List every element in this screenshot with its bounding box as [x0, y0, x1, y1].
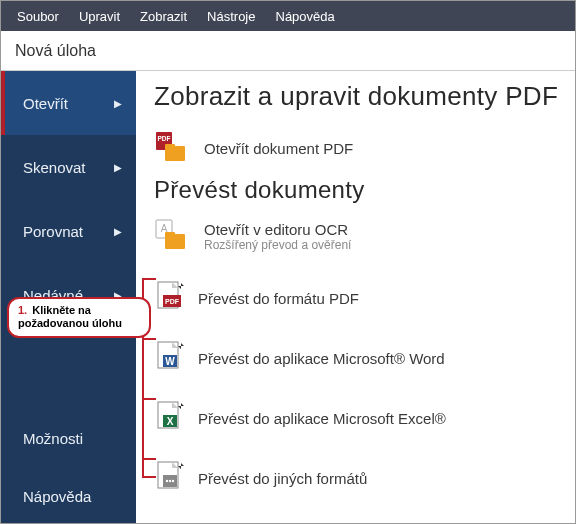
main-panel: Zobrazit a upravit dokumenty PDF PDF Ote… [136, 71, 575, 524]
svg-point-28 [172, 480, 174, 482]
callout-line1: Klikněte na [32, 304, 91, 316]
pdf-folder-icon: PDF [154, 131, 188, 165]
page-title: Nová úloha [15, 42, 96, 60]
nav-label: Porovnat [23, 223, 83, 240]
convert-group: PDF Převést do formátu PDF W [154, 268, 561, 508]
menu-tools[interactable]: Nástroje [197, 9, 265, 24]
svg-text:W: W [165, 356, 175, 367]
chevron-right-icon: ▶ [114, 226, 122, 237]
nav-label: Otevřít [23, 95, 68, 112]
svg-point-26 [166, 480, 168, 482]
svg-rect-3 [165, 144, 175, 148]
section2-heading: Převést dokumenty [154, 176, 561, 204]
menubar: Soubor Upravit Zobrazit Nástroje Nápověd… [1, 1, 575, 31]
callout-line2: požadovanou úlohu [18, 317, 122, 329]
section1-heading: Zobrazit a upravit dokumenty PDF [154, 81, 561, 112]
convert-pdf-row[interactable]: PDF Převést do formátu PDF [154, 268, 561, 328]
nav-compare[interactable]: Porovnat ▶ [1, 199, 136, 263]
svg-rect-6 [165, 234, 185, 249]
app-window: Soubor Upravit Zobrazit Nástroje Nápověd… [0, 0, 576, 524]
callout-annotation: 1. Klikněte na požadovanou úlohu [7, 297, 151, 338]
convert-other-row[interactable]: Převést do jiných formátů [154, 448, 561, 508]
svg-rect-2 [165, 146, 185, 161]
open-ocr-row[interactable]: A Otevřít v editoru OCR Rozšířený převod… [154, 214, 561, 258]
callout-number: 1. [18, 304, 27, 316]
nav-label: Skenovat [23, 159, 86, 176]
menu-help[interactable]: Nápověda [266, 9, 345, 24]
nav-help[interactable]: Nápověda [1, 467, 136, 524]
menu-view[interactable]: Zobrazit [130, 9, 197, 24]
svg-marker-17 [178, 343, 184, 349]
svg-text:X: X [167, 416, 174, 427]
convert-word-row[interactable]: W Převést do aplikace Microsoft® Word [154, 328, 561, 388]
chevron-right-icon: ▶ [114, 162, 122, 173]
svg-marker-22 [178, 403, 184, 409]
svg-marker-29 [178, 463, 184, 469]
titlebar: Nová úloha [1, 31, 575, 71]
convert-label: Převést do aplikace Microsoft® Word [198, 350, 445, 367]
ocr-folder-icon: A [154, 219, 188, 253]
nav-options[interactable]: Možnosti [1, 409, 136, 467]
pdf-file-icon: PDF [154, 281, 188, 315]
chevron-right-icon: ▶ [114, 98, 122, 109]
convert-excel-row[interactable]: X Převést do aplikace Microsoft Excel® [154, 388, 561, 448]
svg-text:PDF: PDF [165, 298, 180, 305]
nav-scan[interactable]: Skenovat ▶ [1, 135, 136, 199]
other-file-icon [154, 461, 188, 495]
convert-label: Převést do jiných formátů [198, 470, 367, 487]
svg-rect-7 [165, 232, 175, 236]
svg-point-27 [169, 480, 171, 482]
nav-label: Možnosti [23, 430, 83, 447]
open-ocr-label: Otevřít v editoru OCR [204, 221, 351, 238]
convert-label: Převést do aplikace Microsoft Excel® [198, 410, 446, 427]
svg-marker-12 [178, 283, 184, 289]
open-ocr-sublabel: Rozšířený převod a ověření [204, 238, 351, 252]
menu-file[interactable]: Soubor [7, 9, 69, 24]
nav-label: Nápověda [23, 488, 91, 505]
svg-text:PDF: PDF [158, 135, 171, 142]
open-pdf-label: Otevřít dokument PDF [204, 140, 353, 157]
excel-file-icon: X [154, 401, 188, 435]
open-pdf-row[interactable]: PDF Otevřít dokument PDF [154, 126, 561, 170]
word-file-icon: W [154, 341, 188, 375]
menu-edit[interactable]: Upravit [69, 9, 130, 24]
nav-open[interactable]: Otevřít ▶ [1, 71, 136, 135]
convert-label: Převést do formátu PDF [198, 290, 359, 307]
